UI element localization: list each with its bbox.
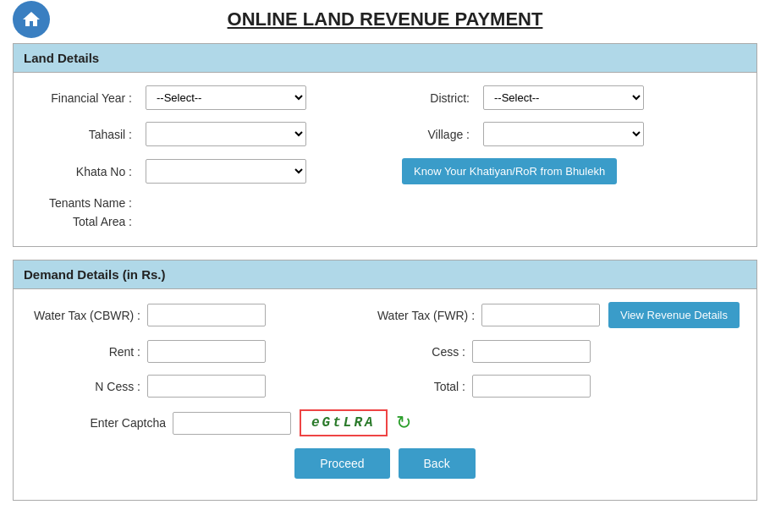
water-tax-cbwr-input[interactable] (147, 304, 266, 326)
rent-label: Rent : (30, 345, 140, 359)
demand-details-header: Demand Details (in Rs.) (13, 260, 757, 289)
village-label: Village : (402, 128, 470, 141)
n-cess-input[interactable] (147, 375, 266, 398)
tahasil-select[interactable] (146, 122, 306, 146)
demand-details-section: Demand Details (in Rs.) Water Tax (CBWR)… (13, 260, 757, 501)
village-select[interactable] (483, 122, 644, 146)
proceed-button[interactable]: Proceed (294, 448, 389, 479)
total-area-label: Total Area : (30, 215, 132, 228)
rent-input[interactable] (147, 340, 266, 363)
total-label: Total : (398, 380, 465, 393)
total-input[interactable] (472, 375, 591, 398)
cess-label: Cess : (398, 345, 465, 359)
land-details-header: Land Details (13, 43, 757, 73)
captcha-image: eGtLRA (300, 409, 388, 436)
khata-no-label: Khata No : (30, 165, 132, 178)
water-tax-cbwr-label: Water Tax (CBWR) : (30, 309, 140, 322)
captcha-input[interactable] (173, 412, 291, 435)
khatiyan-button[interactable]: Know Your Khatiyan/RoR from Bhulekh (402, 158, 617, 184)
page-title: ONLINE LAND REVENUE PAYMENT (228, 8, 543, 30)
financial-year-select[interactable]: --Select-- (146, 85, 306, 110)
tenants-name-label: Tenants Name : (30, 196, 132, 210)
district-select[interactable]: --Select-- (483, 85, 644, 110)
home-button[interactable] (13, 1, 50, 38)
view-revenue-button[interactable]: View Revenue Details (608, 302, 740, 328)
khata-no-select[interactable] (146, 159, 306, 184)
water-tax-fwr-label: Water Tax (FWR) : (377, 309, 475, 322)
district-label: District: (402, 91, 470, 105)
financial-year-label: Financial Year : (30, 91, 132, 105)
n-cess-label: N Cess : (30, 380, 140, 393)
water-tax-fwr-input[interactable] (481, 304, 600, 326)
land-details-section: Land Details Financial Year : --Select--… (13, 43, 757, 247)
back-button[interactable]: Back (399, 448, 476, 479)
tahasil-label: Tahasil : (30, 128, 132, 141)
cess-input[interactable] (472, 340, 591, 363)
captcha-label: Enter Captcha (56, 416, 166, 430)
captcha-refresh-icon[interactable]: ↻ (396, 412, 411, 434)
